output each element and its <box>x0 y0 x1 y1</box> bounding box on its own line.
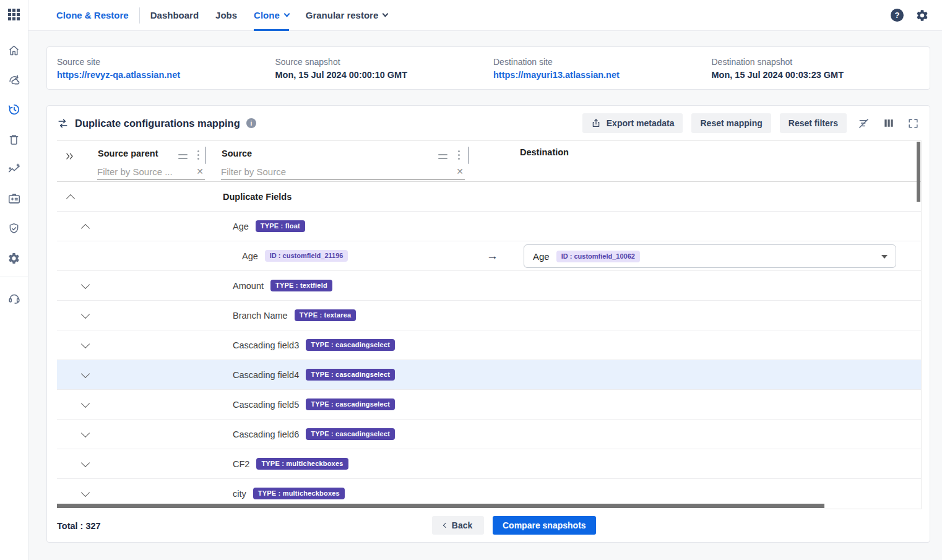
clear-filter-icon[interactable]: ✕ <box>452 166 465 176</box>
destination-snapshot-value: Mon, 15 Jul 2024 00:03:23 GMT <box>712 70 930 80</box>
settings-gear-icon[interactable] <box>915 9 929 22</box>
horizontal-scrollbar[interactable] <box>57 504 824 508</box>
expand-chevron-icon[interactable] <box>81 309 90 318</box>
source-site-block: Source site https://revyz-qa.atlassian.n… <box>57 57 275 80</box>
panel-title: Duplicate configurations mapping <box>75 118 240 129</box>
destination-site-block: Destination site https://mayuri13.atlass… <box>493 57 712 80</box>
type-badge: TYPE : multicheckboxes <box>253 488 345 499</box>
expand-chevron-icon[interactable] <box>81 458 90 467</box>
panel-header: Duplicate configurations mapping i Expor… <box>47 106 930 140</box>
destination-id-badge: ID : customfield_10062 <box>556 251 640 262</box>
nav-item-granular-restore[interactable]: Granular restore <box>306 0 388 31</box>
expand-chevron-icon[interactable] <box>81 488 90 496</box>
collapse-chevron-icon[interactable] <box>81 223 90 232</box>
type-badge: TYPE : cascadingselect <box>306 369 395 381</box>
vertical-scrollbar[interactable] <box>917 142 920 202</box>
app-grid-icon[interactable] <box>8 9 20 20</box>
info-icon[interactable]: i <box>246 118 256 128</box>
filter-off-icon[interactable] <box>855 115 872 132</box>
column-menu-icon[interactable] <box>458 150 460 160</box>
compare-snapshots-button[interactable]: Compare snapshots <box>493 516 596 535</box>
export-icon <box>591 118 601 128</box>
destination-snapshot-label: Destination snapshot <box>712 57 930 67</box>
row-content: Duplicate Fields <box>223 182 292 211</box>
help-icon[interactable]: ? <box>891 9 904 22</box>
expand-chevron-icon[interactable] <box>81 398 90 407</box>
source-filter-input[interactable] <box>221 166 452 177</box>
back-button[interactable]: Back <box>432 516 484 535</box>
swap-icon <box>57 118 69 129</box>
field-row: AmountTYPE : textfield <box>57 271 921 301</box>
reset-filters-button[interactable]: Reset filters <box>780 113 847 133</box>
columns-icon[interactable] <box>881 115 897 131</box>
expand-chevron-icon[interactable] <box>81 280 90 288</box>
column-filter-menu-icon[interactable] <box>178 154 188 159</box>
sidebar-item-restore-history[interactable] <box>0 95 28 124</box>
column-header-source[interactable]: Source <box>222 149 252 158</box>
source-parent-filter-input[interactable] <box>97 166 192 177</box>
chevron-down-icon <box>283 11 290 17</box>
expand-chevron-icon[interactable] <box>81 369 90 377</box>
reset-mapping-button[interactable]: Reset mapping <box>691 113 771 133</box>
analytics-icon <box>7 162 21 176</box>
field-row: Cascading field4TYPE : cascadingselect <box>57 360 921 390</box>
fullscreen-icon[interactable] <box>905 116 921 131</box>
field-label: CF2 <box>233 459 249 469</box>
column-header-source-parent[interactable]: Source parent <box>98 149 158 158</box>
group-label: Duplicate Fields <box>223 192 292 202</box>
column-header-destination[interactable]: Destination <box>520 147 569 157</box>
column-resize-handle[interactable] <box>468 147 469 164</box>
column-menu-icon[interactable] <box>197 150 199 160</box>
destination-select[interactable]: AgeID : customfield_10062 <box>524 244 896 268</box>
sidebar-divider <box>0 277 28 277</box>
source-snapshot-block: Source snapshot Mon, 15 Jul 2024 00:00:1… <box>275 57 494 80</box>
row-content: Cascading field5TYPE : cascadingselect <box>233 390 395 419</box>
sidebar-item-templates[interactable] <box>0 184 28 213</box>
field-label: Branch Name <box>233 311 288 321</box>
nav-item-dashboard[interactable]: Dashboard <box>150 0 199 31</box>
sidebar-item-support[interactable] <box>0 283 28 313</box>
source-site-link[interactable]: https://revyz-qa.atlassian.net <box>57 70 275 80</box>
expand-all-icon[interactable] <box>65 152 75 161</box>
export-metadata-button[interactable]: Export metadata <box>582 113 683 133</box>
sidebar-item-analytics[interactable] <box>0 154 28 184</box>
sidebar-item-security[interactable] <box>0 213 28 243</box>
row-content: AgeID : customfield_21196 <box>242 241 348 270</box>
field-label: Cascading field6 <box>233 429 299 439</box>
type-badge: TYPE : textfield <box>270 280 332 291</box>
type-badge: TYPE : cascadingselect <box>306 398 395 410</box>
type-badge: TYPE : multicheckboxes <box>256 458 348 470</box>
row-content: cityTYPE : multicheckboxes <box>233 479 345 503</box>
clear-filter-icon[interactable]: ✕ <box>192 166 205 176</box>
field-label: Cascading field3 <box>233 340 299 350</box>
destination-field-label: Age <box>533 251 550 262</box>
source-id-badge: ID : customfield_21196 <box>265 250 348 262</box>
chevron-down-icon <box>382 11 389 17</box>
type-badge: TYPE : float <box>256 220 305 232</box>
collapse-chevron-icon[interactable] <box>66 194 75 202</box>
nav-item-jobs[interactable]: Jobs <box>215 0 237 31</box>
sidebar-item-settings[interactable] <box>0 243 28 273</box>
field-row: Branch NameTYPE : textarea <box>57 301 921 330</box>
source-snapshot-label: Source snapshot <box>275 57 494 67</box>
field-label: city <box>233 489 246 499</box>
nav-item-clone[interactable]: Clone <box>254 0 289 31</box>
nav-separator <box>139 7 140 24</box>
mapping-table: Source parent ✕ Source ✕ <box>57 140 922 509</box>
field-row: Cascading field6TYPE : cascadingselect <box>57 420 921 449</box>
table-body: Duplicate FieldsAgeTYPE : float→AgeID : … <box>57 182 921 503</box>
column-resize-handle[interactable] <box>205 147 206 164</box>
sidebar-item-trash[interactable] <box>0 124 28 154</box>
sidebar-item-home[interactable] <box>0 35 28 65</box>
row-content: CF2TYPE : multicheckboxes <box>233 449 348 478</box>
expand-chevron-icon[interactable] <box>81 339 90 348</box>
shield-check-icon <box>7 222 20 235</box>
expand-chevron-icon[interactable] <box>81 428 90 437</box>
app-title[interactable]: Clone & Restore <box>56 10 129 20</box>
destination-site-link[interactable]: https://mayuri13.atlassian.net <box>493 70 712 80</box>
select-caret-icon <box>881 255 888 259</box>
left-sidebar <box>0 0 28 560</box>
support-headset-icon <box>7 291 21 305</box>
sidebar-item-clone[interactable] <box>0 65 28 95</box>
column-filter-menu-icon[interactable] <box>438 154 447 159</box>
